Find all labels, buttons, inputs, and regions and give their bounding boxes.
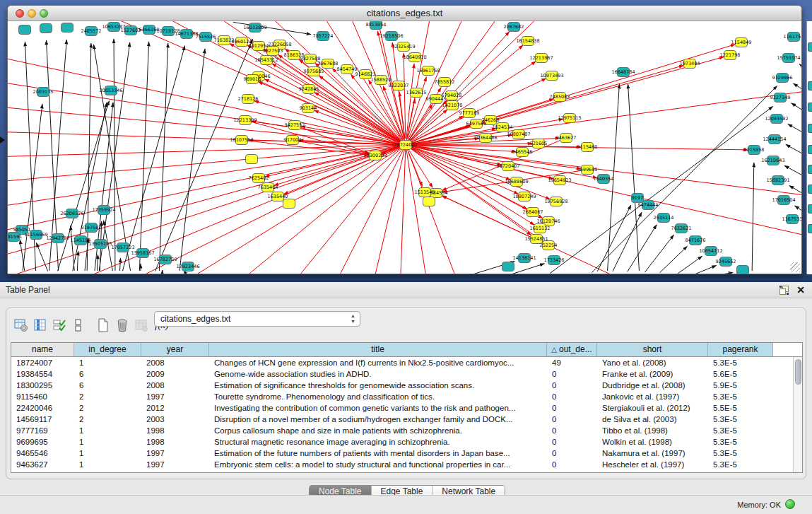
cell-title[interactable]: Estimation of the future numbers of pati… (209, 448, 547, 459)
column-header-pagerank[interactable]: pagerank (708, 343, 773, 357)
cell-outde[interactable]: 0 (547, 391, 597, 402)
citation-edge-black[interactable] (180, 49, 205, 271)
network-node[interactable]: 19756928 (544, 197, 567, 206)
citation-edge-black[interactable] (645, 235, 674, 272)
network-node[interactable]: 7635404 (258, 183, 278, 192)
table-row[interactable]: 969969511998Structural magnetic resonanc… (11, 436, 802, 448)
citation-edge-red[interactable] (8, 145, 406, 157)
citation-edge-red[interactable] (8, 106, 406, 145)
network-node[interactable]: 11156869 (24, 230, 47, 240)
citation-edge-black[interactable] (752, 163, 754, 271)
network-node[interactable] (502, 262, 514, 271)
citation-edge-black[interactable] (87, 43, 91, 271)
cell-name[interactable]: 19384554 (11, 368, 74, 380)
network-node[interactable]: 16648784 (611, 68, 635, 77)
citation-edge-black[interactable] (786, 144, 801, 164)
citation-edge-black[interactable] (592, 86, 777, 272)
network-node[interactable]: 2684067 (523, 208, 543, 217)
network-node[interactable] (19, 25, 31, 35)
network-node[interactable]: 903144 (300, 104, 317, 113)
cell-short[interactable]: Franke et al. (2009) (597, 368, 708, 380)
network-node[interactable]: 16543312 (254, 56, 278, 65)
citation-edge-red[interactable] (254, 101, 400, 144)
clear-selection-icon[interactable] (69, 316, 88, 334)
network-node[interactable]: 9242845 (299, 85, 319, 94)
cell-year[interactable]: 2008 (141, 380, 209, 391)
float-window-icon[interactable] (779, 286, 789, 295)
cell-pagerank[interactable]: 5.3E-5 (708, 357, 773, 368)
cell-indegree[interactable]: 6 (74, 368, 141, 380)
cell-name[interactable]: 22420046 (11, 402, 74, 414)
cell-indegree[interactable]: 1 (74, 357, 141, 368)
cell-pagerank[interactable]: 5.3E-5 (708, 391, 773, 402)
network-node[interactable]: 2003135 (33, 88, 54, 97)
table-row[interactable]: 911546021997Tourette syndrome. Phenomeno… (11, 391, 802, 402)
citation-edge-black[interactable] (99, 42, 130, 271)
cell-title[interactable]: Structural magnetic resonance image aver… (209, 436, 547, 448)
cell-indegree[interactable]: 1 (74, 436, 141, 448)
network-node[interactable]: 12213399 (233, 116, 257, 125)
network-node[interactable] (61, 23, 73, 33)
network-node[interactable]: 9427552 (285, 121, 305, 130)
cell-title[interactable]: Corpus callosum shape and size in male p… (209, 425, 547, 436)
cell-year[interactable]: 1998 (141, 425, 209, 436)
citation-edge-black[interactable] (155, 39, 252, 271)
network-node[interactable] (246, 155, 258, 164)
cell-year[interactable]: 1997 (141, 391, 209, 402)
cell-name[interactable]: 14569117 (11, 414, 74, 425)
citation-edge-black[interactable] (20, 240, 24, 271)
table-row[interactable]: 1938455462009Genome-wide association stu… (11, 368, 802, 380)
citation-edge-black[interactable] (711, 272, 733, 274)
network-node[interactable]: 2718126 (238, 95, 259, 104)
network-node[interactable] (737, 266, 749, 274)
network-node[interactable] (283, 199, 295, 209)
network-node[interactable]: 18807249 (512, 192, 536, 201)
network-node[interactable]: 252254 (540, 241, 558, 250)
cell-indegree[interactable]: 2 (74, 391, 141, 402)
cell-outde[interactable]: 0 (547, 425, 597, 436)
table-row[interactable]: 946362711997Embryonic stem cells: a mode… (11, 459, 802, 470)
network-node[interactable]: 1640354 (594, 175, 614, 184)
cell-name[interactable]: 9465546 (11, 448, 74, 459)
cell-short[interactable]: Yano et al. (2008) (597, 357, 708, 368)
cell-pagerank[interactable]: 5.3E-5 (708, 448, 773, 459)
cell-outde[interactable]: 0 (547, 368, 597, 380)
network-node[interactable]: 9699695 (577, 165, 598, 175)
citation-edge-black[interactable] (693, 265, 716, 274)
network-node[interactable]: 9227349 (770, 93, 791, 103)
citation-edge-black[interactable] (119, 258, 120, 271)
network-node[interactable]: 1615132 (530, 224, 551, 233)
cell-outde[interactable]: 0 (547, 459, 597, 470)
table-row[interactable]: 977716911998Corpus callosum shape and si… (11, 425, 802, 436)
network-node[interactable]: 9115460 (577, 143, 598, 152)
network-node[interactable]: 8471676 (686, 236, 706, 245)
network-node[interactable]: 7632621 (671, 224, 692, 233)
network-canvas[interactable]: 1872400718300295240557210653287152760264… (8, 21, 801, 274)
cell-title[interactable]: Disruption of a novel member of a sodium… (209, 414, 547, 425)
cell-year[interactable]: 1997 (141, 448, 209, 459)
cell-year[interactable]: 1997 (141, 459, 209, 470)
network-node[interactable]: 1154849 (731, 38, 752, 47)
citation-edge-black[interactable] (792, 103, 801, 122)
cell-outde[interactable]: 49 (547, 357, 597, 368)
cell-year[interactable]: 2009 (141, 368, 209, 380)
cell-name[interactable]: 9115460 (11, 391, 74, 402)
citation-edge-red[interactable] (406, 64, 414, 139)
table-row[interactable]: 1872400712008Changes of HCN gene express… (11, 357, 802, 368)
table-row[interactable]: 946554611997Estimation of the future num… (11, 448, 802, 459)
cell-short[interactable]: Tibbo et al. (1998) (597, 425, 708, 436)
network-node[interactable]: 13958167 (131, 249, 154, 258)
delete-table-icon[interactable] (113, 316, 131, 334)
network-node[interactable]: 1161753 (784, 33, 801, 42)
citation-edge-black[interactable] (659, 246, 687, 273)
cell-indegree[interactable]: 2 (74, 402, 141, 414)
cell-indegree[interactable]: 1 (74, 425, 141, 436)
network-node[interactable]: 18640910 (403, 53, 426, 62)
network-node[interactable]: 15720407 (496, 162, 519, 171)
network-node[interactable]: 10807487 (507, 130, 530, 139)
cell-pagerank[interactable]: 5.3E-5 (708, 459, 773, 470)
citation-edge-red[interactable] (406, 145, 428, 274)
network-node[interactable]: 917004 (284, 136, 302, 145)
citation-edge-black[interactable] (799, 64, 801, 83)
citation-edge-red[interactable] (8, 81, 406, 145)
